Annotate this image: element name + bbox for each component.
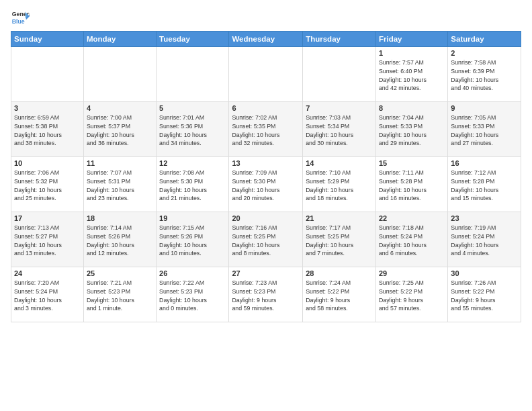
day-number: 24 <box>14 269 81 277</box>
day-number: 15 <box>379 159 445 167</box>
weekday-header-wednesday: Wednesday <box>229 32 303 47</box>
day-number: 8 <box>379 104 445 112</box>
weekday-header-thursday: Thursday <box>303 32 376 47</box>
day-number: 23 <box>451 214 518 222</box>
day-number: 13 <box>232 159 300 167</box>
calendar-cell: 27Sunrise: 7:23 AM Sunset: 5:23 PM Dayli… <box>229 267 303 322</box>
day-info: Sunrise: 7:15 AM Sunset: 5:26 PM Dayligh… <box>159 224 226 258</box>
calendar-cell: 7Sunrise: 7:03 AM Sunset: 5:34 PM Daylig… <box>303 102 376 157</box>
calendar-cell: 4Sunrise: 7:00 AM Sunset: 5:37 PM Daylig… <box>83 102 156 157</box>
day-info: Sunrise: 7:20 AM Sunset: 5:24 PM Dayligh… <box>14 279 81 313</box>
calendar-cell: 17Sunrise: 7:13 AM Sunset: 5:27 PM Dayli… <box>11 212 84 267</box>
day-number: 16 <box>451 159 518 167</box>
calendar-cell: 1Sunrise: 7:57 AM Sunset: 6:40 PM Daylig… <box>375 47 447 102</box>
calendar-cell: 22Sunrise: 7:18 AM Sunset: 5:24 PM Dayli… <box>375 212 447 267</box>
day-info: Sunrise: 7:07 AM Sunset: 5:31 PM Dayligh… <box>87 169 153 203</box>
day-info: Sunrise: 7:18 AM Sunset: 5:24 PM Dayligh… <box>379 224 445 258</box>
logo: General Blue <box>11 8 32 27</box>
calendar-cell: 9Sunrise: 7:05 AM Sunset: 5:33 PM Daylig… <box>448 102 521 157</box>
day-info: Sunrise: 7:13 AM Sunset: 5:27 PM Dayligh… <box>14 224 81 258</box>
weekday-header-monday: Monday <box>83 32 156 47</box>
calendar-cell: 6Sunrise: 7:02 AM Sunset: 5:35 PM Daylig… <box>229 102 303 157</box>
day-info: Sunrise: 6:59 AM Sunset: 5:38 PM Dayligh… <box>14 113 81 148</box>
day-info: Sunrise: 7:17 AM Sunset: 5:25 PM Dayligh… <box>306 224 373 258</box>
day-info: Sunrise: 7:12 AM Sunset: 5:28 PM Dayligh… <box>451 169 518 203</box>
header: General Blue <box>11 8 521 27</box>
calendar-cell: 26Sunrise: 7:22 AM Sunset: 5:23 PM Dayli… <box>157 267 229 322</box>
day-number: 5 <box>159 104 226 112</box>
day-number: 25 <box>87 269 153 277</box>
day-number: 26 <box>159 269 226 277</box>
calendar-cell: 25Sunrise: 7:21 AM Sunset: 5:23 PM Dayli… <box>83 267 156 322</box>
calendar: SundayMondayTuesdayWednesdayThursdayFrid… <box>11 31 521 322</box>
calendar-cell: 12Sunrise: 7:08 AM Sunset: 5:30 PM Dayli… <box>157 157 229 212</box>
calendar-cell: 3Sunrise: 6:59 AM Sunset: 5:38 PM Daylig… <box>11 102 84 157</box>
calendar-cell: 14Sunrise: 7:10 AM Sunset: 5:29 PM Dayli… <box>303 157 376 212</box>
day-number: 19 <box>159 214 226 222</box>
day-number: 2 <box>451 49 518 57</box>
day-info: Sunrise: 7:24 AM Sunset: 5:22 PM Dayligh… <box>306 279 373 313</box>
day-info: Sunrise: 7:01 AM Sunset: 5:36 PM Dayligh… <box>159 113 226 148</box>
calendar-cell: 8Sunrise: 7:04 AM Sunset: 5:33 PM Daylig… <box>375 102 447 157</box>
calendar-cell: 28Sunrise: 7:24 AM Sunset: 5:22 PM Dayli… <box>303 267 376 322</box>
weekday-header-friday: Friday <box>375 32 447 47</box>
calendar-cell: 11Sunrise: 7:07 AM Sunset: 5:31 PM Dayli… <box>83 157 156 212</box>
day-number: 29 <box>379 269 445 277</box>
weekday-header-sunday: Sunday <box>11 32 84 47</box>
day-number: 11 <box>87 159 153 167</box>
calendar-cell: 21Sunrise: 7:17 AM Sunset: 5:25 PM Dayli… <box>303 212 376 267</box>
day-info: Sunrise: 7:09 AM Sunset: 5:30 PM Dayligh… <box>232 169 300 203</box>
day-number: 1 <box>379 49 445 57</box>
calendar-cell: 30Sunrise: 7:26 AM Sunset: 5:22 PM Dayli… <box>448 267 521 322</box>
day-number: 20 <box>232 214 300 222</box>
calendar-cell: 2Sunrise: 7:58 AM Sunset: 6:39 PM Daylig… <box>448 47 521 102</box>
calendar-cell: 19Sunrise: 7:15 AM Sunset: 5:26 PM Dayli… <box>157 212 229 267</box>
svg-text:Blue: Blue <box>12 18 25 25</box>
day-info: Sunrise: 7:19 AM Sunset: 5:24 PM Dayligh… <box>451 224 518 258</box>
day-number: 12 <box>159 159 226 167</box>
day-number: 21 <box>306 214 373 222</box>
day-info: Sunrise: 7:58 AM Sunset: 6:39 PM Dayligh… <box>451 58 518 93</box>
day-info: Sunrise: 7:00 AM Sunset: 5:37 PM Dayligh… <box>87 113 153 148</box>
day-info: Sunrise: 7:08 AM Sunset: 5:30 PM Dayligh… <box>159 169 226 203</box>
calendar-cell <box>229 47 303 102</box>
week-row-4: 24Sunrise: 7:20 AM Sunset: 5:24 PM Dayli… <box>11 267 521 322</box>
calendar-cell: 29Sunrise: 7:25 AM Sunset: 5:22 PM Dayli… <box>375 267 447 322</box>
day-number: 6 <box>232 104 300 112</box>
weekday-header-saturday: Saturday <box>448 32 521 47</box>
day-info: Sunrise: 7:57 AM Sunset: 6:40 PM Dayligh… <box>379 58 445 93</box>
day-info: Sunrise: 7:03 AM Sunset: 5:34 PM Dayligh… <box>306 113 373 148</box>
week-row-1: 3Sunrise: 6:59 AM Sunset: 5:38 PM Daylig… <box>11 102 521 157</box>
week-row-2: 10Sunrise: 7:06 AM Sunset: 5:32 PM Dayli… <box>11 157 521 212</box>
calendar-cell: 5Sunrise: 7:01 AM Sunset: 5:36 PM Daylig… <box>157 102 229 157</box>
day-number: 4 <box>87 104 153 112</box>
day-info: Sunrise: 7:23 AM Sunset: 5:23 PM Dayligh… <box>232 279 300 313</box>
day-number: 22 <box>379 214 445 222</box>
day-number: 17 <box>14 214 81 222</box>
day-info: Sunrise: 7:04 AM Sunset: 5:33 PM Dayligh… <box>379 113 445 148</box>
day-number: 18 <box>87 214 153 222</box>
calendar-cell <box>303 47 376 102</box>
day-number: 3 <box>14 104 81 112</box>
day-number: 10 <box>14 159 81 167</box>
day-number: 27 <box>232 269 300 277</box>
calendar-cell <box>83 47 156 102</box>
day-info: Sunrise: 7:14 AM Sunset: 5:26 PM Dayligh… <box>87 224 153 258</box>
calendar-cell <box>157 47 229 102</box>
calendar-cell: 18Sunrise: 7:14 AM Sunset: 5:26 PM Dayli… <box>83 212 156 267</box>
day-number: 14 <box>306 159 373 167</box>
day-number: 28 <box>306 269 373 277</box>
day-number: 9 <box>451 104 518 112</box>
day-info: Sunrise: 7:06 AM Sunset: 5:32 PM Dayligh… <box>14 169 81 203</box>
day-info: Sunrise: 7:10 AM Sunset: 5:29 PM Dayligh… <box>306 169 373 203</box>
day-info: Sunrise: 7:25 AM Sunset: 5:22 PM Dayligh… <box>379 279 445 313</box>
calendar-cell: 23Sunrise: 7:19 AM Sunset: 5:24 PM Dayli… <box>448 212 521 267</box>
day-info: Sunrise: 7:05 AM Sunset: 5:33 PM Dayligh… <box>451 113 518 148</box>
day-info: Sunrise: 7:11 AM Sunset: 5:28 PM Dayligh… <box>379 169 445 203</box>
weekday-header-row: SundayMondayTuesdayWednesdayThursdayFrid… <box>11 32 521 47</box>
calendar-cell: 20Sunrise: 7:16 AM Sunset: 5:25 PM Dayli… <box>229 212 303 267</box>
calendar-cell: 24Sunrise: 7:20 AM Sunset: 5:24 PM Dayli… <box>11 267 84 322</box>
calendar-cell <box>11 47 84 102</box>
day-info: Sunrise: 7:16 AM Sunset: 5:25 PM Dayligh… <box>232 224 300 258</box>
week-row-0: 1Sunrise: 7:57 AM Sunset: 6:40 PM Daylig… <box>11 47 521 102</box>
